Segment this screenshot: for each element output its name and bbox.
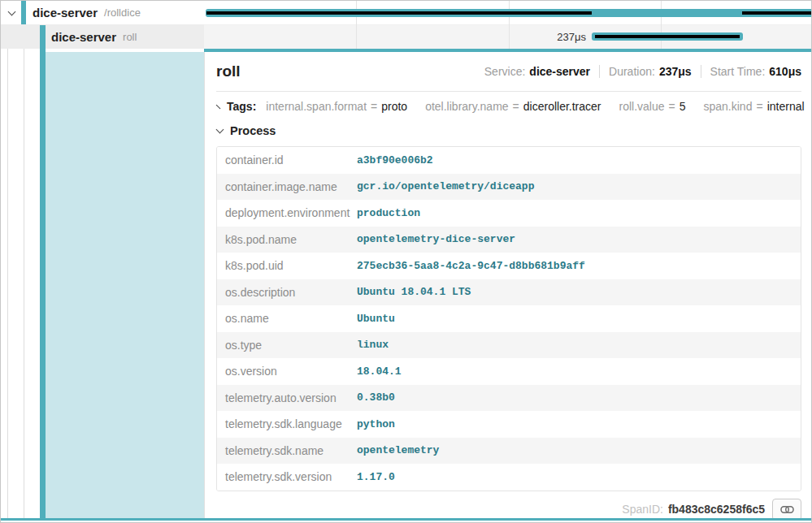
critical-path-segment (206, 11, 592, 15)
tag-value: internal (767, 100, 805, 113)
service-color-bar (21, 1, 26, 24)
table-row: os.name Ubuntu (217, 305, 801, 332)
table-row: telemetry.sdk.name opentelemetry (217, 438, 801, 465)
span-service-name: dice-server (51, 30, 116, 44)
table-row: k8s.pod.name opentelemetry-dice-server (217, 227, 801, 253)
table-row: k8s.pod.uid 275ecb36-5aa8-4c2a-9c47-d8bb… (217, 253, 801, 279)
chevron-down-icon[interactable] (216, 126, 224, 134)
process-label: Process (230, 124, 276, 137)
span-detail-header: roll Service: dice-server Duration: 237μ… (216, 52, 801, 92)
kv-key: k8s.pod.name (217, 233, 357, 246)
selected-span-highlight (46, 52, 204, 518)
kv-value: linux (357, 339, 389, 351)
timeline-gridline (356, 1, 357, 49)
kv-value: gcr.io/opentelemetry/diceapp (357, 180, 534, 192)
indent-guide-line (24, 25, 24, 518)
process-section-toggle[interactable]: Process (216, 121, 801, 140)
table-row: deployment.environment production (217, 200, 801, 227)
kv-value: Ubuntu 18.04.1 LTS (357, 286, 471, 298)
jaeger-trace-detail-view: dice-server /rolldice dice-server roll 2… (0, 0, 812, 523)
kv-value: production (357, 207, 420, 219)
kv-value: opentelemetry (357, 444, 439, 456)
deep-link-button[interactable] (772, 499, 801, 519)
kv-key: k8s.pod.uid (217, 259, 357, 272)
tag-value: diceroller.tracer (523, 100, 601, 113)
kv-value: 275ecb36-5aa8-4c2a-9c47-d8bb681b9aff (357, 260, 585, 272)
kv-key: os.type (217, 339, 357, 352)
indent-guide-line (7, 25, 8, 518)
table-row: container.id a3bf90e006b2 (217, 147, 801, 174)
kv-key: telemetry.sdk.name (217, 444, 357, 457)
span-service-name: dice-server (33, 6, 98, 19)
process-key-value-table: container.id a3bf90e006b2 container.imag… (216, 146, 801, 491)
span-duration-label: 237μs (489, 31, 586, 43)
detail-accent-border-bottom (1, 518, 812, 521)
critical-path-segment (742, 11, 812, 15)
table-row: telemetry.sdk.language python (217, 411, 801, 438)
critical-path-segment (595, 35, 740, 38)
kv-value: 0.38b0 (357, 391, 395, 404)
spanid-label: SpanID: (622, 503, 663, 516)
kv-key: os.version (217, 365, 357, 378)
meta-divider (701, 65, 701, 78)
span-detail-panel: roll Service: dice-server Duration: 237μ… (204, 52, 812, 518)
service-label: Service: (484, 65, 526, 78)
table-row: telemetry.sdk.version 1.17.0 (217, 464, 801, 491)
kv-value: a3bf90e006b2 (357, 154, 433, 166)
meta-divider (599, 65, 600, 78)
tag-equals: = (669, 100, 675, 113)
tag-key: span.kind (704, 100, 753, 113)
kv-value: Ubuntu (357, 313, 395, 325)
table-row: os.type linux (217, 332, 801, 359)
selected-span-color-bar (40, 25, 46, 518)
tags-section-toggle[interactable]: Tags: internal.span.format = proto otel.… (216, 92, 801, 121)
duration-label: Duration: (609, 65, 655, 78)
span-title: roll (216, 63, 241, 80)
tag-value: proto (381, 100, 407, 113)
table-row: os.description Ubuntu 18.04.1 LTS (217, 279, 801, 306)
span-row-roll[interactable]: dice-server roll (1, 25, 204, 49)
link-icon (780, 505, 794, 514)
detail-accent-border-top (204, 49, 812, 52)
table-row: container.image.name gcr.io/opentelemetr… (217, 174, 801, 201)
tag-equals: = (756, 100, 762, 113)
service-value: dice-server (529, 65, 590, 78)
start-time-value: 610μs (769, 65, 801, 78)
kv-key: os.description (217, 286, 357, 299)
tag-key: otel.library.name (425, 100, 508, 113)
chevron-right-icon[interactable] (216, 104, 221, 109)
kv-key: telemetry.sdk.language (217, 417, 357, 430)
kv-key: telemetry.sdk.version (217, 470, 357, 483)
tags-label: Tags: (227, 100, 256, 113)
span-meta: Service: dice-server Duration: 237μs Sta… (484, 65, 801, 78)
start-time-label: Start Time: (710, 65, 766, 78)
chevron-down-icon[interactable] (8, 7, 16, 15)
tag-equals: = (513, 100, 519, 113)
kv-key: container.id (217, 153, 357, 166)
span-detail-footer: SpanID: fb483c8c6258f6c5 (216, 499, 801, 519)
tag-key: internal.span.format (266, 100, 367, 113)
indent-spacer (1, 25, 40, 49)
kv-key: os.name (217, 312, 357, 325)
kv-key: telemetry.auto.version (217, 391, 357, 404)
table-row: telemetry.auto.version 0.38b0 (217, 385, 801, 412)
span-operation-name: roll (123, 31, 137, 43)
timeline-gridline (661, 1, 662, 49)
kv-value: 18.04.1 (357, 365, 402, 378)
kv-key: container.image.name (217, 180, 357, 193)
duration-value: 237μs (659, 65, 692, 78)
spanid-value: fb483c8c6258f6c5 (668, 503, 765, 516)
tag-key: roll.value (619, 100, 665, 113)
table-row: os.version 18.04.1 (217, 358, 801, 385)
tag-equals: = (371, 100, 377, 113)
kv-value: 1.17.0 (357, 471, 395, 483)
span-row-rolldice[interactable]: dice-server /rolldice (1, 1, 204, 25)
span-operation-name: /rolldice (104, 6, 141, 19)
kv-key: deployment.environment (217, 206, 357, 219)
kv-value: python (357, 418, 395, 430)
tag-value: 5 (680, 100, 686, 113)
kv-value: opentelemetry-dice-server (357, 233, 515, 245)
